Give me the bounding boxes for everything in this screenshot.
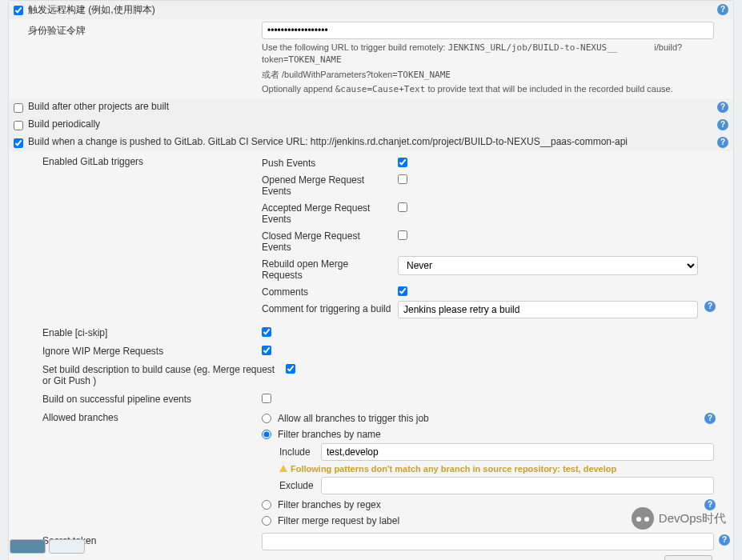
push-events-checkbox[interactable]: [398, 158, 407, 167]
closed-mr-checkbox[interactable]: [398, 230, 407, 240]
help-icon[interactable]: ?: [704, 413, 716, 424]
exclude-input[interactable]: [321, 477, 714, 494]
set-desc-checkbox[interactable]: [286, 364, 295, 374]
build-after-label: Build after other projects are built: [28, 101, 169, 112]
ignore-wip-label: Ignore WIP Merge Requests: [14, 343, 262, 357]
comment-trigger-label: Comment for triggering a build: [262, 301, 398, 314]
accepted-mr-checkbox[interactable]: [398, 202, 407, 212]
include-label: Include: [279, 446, 315, 458]
help-icon[interactable]: ?: [717, 119, 728, 130]
help-icon[interactable]: ?: [717, 137, 728, 148]
comments-checkbox[interactable]: [398, 286, 407, 296]
closed-mr-label: Closed Merge Request Events: [262, 228, 398, 253]
rebuild-mr-label: Rebuild open Merge Requests: [262, 256, 398, 281]
filter-regex-label: Filter branches by regex: [278, 498, 381, 510]
watermark: DevOps时代: [632, 507, 726, 530]
trigger-remote-label: 触发远程构建 (例如,使用脚本): [28, 3, 155, 17]
help-icon[interactable]: ?: [717, 102, 728, 113]
auth-token-input[interactable]: [262, 22, 714, 39]
opened-mr-label: Opened Merge Request Events: [262, 172, 398, 197]
allow-all-label: Allow all branches to trigger this job: [278, 411, 429, 424]
secret-token-input[interactable]: [262, 533, 714, 550]
enabled-triggers-label: Enabled GitLab triggers: [14, 154, 262, 167]
build-periodically-checkbox[interactable]: [14, 121, 23, 130]
gitlab-label: Build when a change is pushed to GitLab.…: [28, 136, 728, 147]
filter-label-radio[interactable]: [262, 516, 271, 526]
remote-hint-1: Use the following URL to trigger build r…: [262, 42, 714, 66]
comments-label: Comments: [262, 284, 398, 298]
allowed-branches-label: Allowed branches: [14, 410, 262, 423]
filter-name-label: Filter branches by name: [278, 427, 381, 440]
build-after-checkbox[interactable]: [14, 103, 23, 113]
footer-tab-active[interactable]: [10, 539, 46, 554]
include-input[interactable]: [321, 443, 714, 461]
help-icon[interactable]: ?: [704, 301, 716, 312]
trigger-remote-checkbox[interactable]: [14, 6, 23, 15]
help-icon[interactable]: ?: [717, 4, 728, 15]
push-events-label: Push Events: [262, 155, 398, 169]
gitlab-checkbox[interactable]: [14, 138, 23, 148]
comment-trigger-input[interactable]: [398, 301, 698, 318]
wechat-icon: [632, 507, 654, 530]
footer-tabs: [10, 539, 85, 554]
build-pipeline-checkbox[interactable]: [262, 394, 271, 403]
build-pipeline-label: Build on successful pipeline events: [14, 391, 262, 405]
rebuild-mr-select[interactable]: Never: [398, 256, 698, 275]
ci-skip-checkbox[interactable]: [262, 327, 271, 337]
opened-mr-checkbox[interactable]: [398, 174, 407, 184]
remote-hint-3: Optionally append &cause=Cause+Text to p…: [262, 83, 714, 95]
ci-skip-label: Enable [ci-skip]: [14, 325, 262, 338]
filter-name-radio[interactable]: [262, 430, 271, 439]
set-desc-label: Set build description to build cause (eg…: [14, 362, 286, 386]
filter-regex-radio[interactable]: [262, 500, 271, 510]
exclude-label: Exclude: [279, 480, 315, 491]
filter-label-label: Filter merge request by label: [278, 514, 399, 526]
ignore-wip-checkbox[interactable]: [262, 346, 271, 355]
branch-warning: Following patterns don't match any branc…: [279, 462, 714, 475]
allow-all-radio[interactable]: [262, 414, 271, 423]
auth-token-label: 身份验证令牌: [14, 22, 262, 38]
accepted-mr-label: Accepted Merge Request Events: [262, 200, 398, 225]
generate-button[interactable]: Generate: [664, 555, 712, 560]
remote-hint-2: 或者 /buildWithParameters?token=TOKEN_NAME: [262, 69, 714, 81]
help-icon[interactable]: ?: [719, 534, 730, 546]
build-periodically-label: Build periodically: [28, 118, 100, 130]
footer-tab-inactive[interactable]: [49, 539, 85, 554]
warning-icon: [279, 465, 287, 472]
